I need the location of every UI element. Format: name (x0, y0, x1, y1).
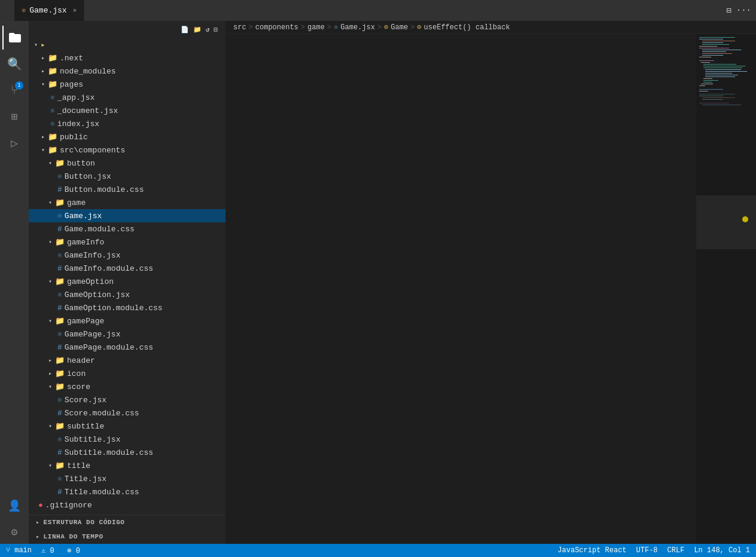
breadcrumb-file: Game.jsx (340, 23, 375, 32)
status-bar: ⑂ main ⚠ 0 ⊗ 0 JavaScript React UTF-8 CR… (0, 544, 756, 557)
folder-icon: 📁 (55, 198, 65, 207)
tree-item-title-jsx[interactable]: ⚛ Title.jsx (29, 472, 225, 485)
account-icon[interactable]: 👤 (2, 494, 26, 518)
breadcrumb-fn-icon2: ⊙ (417, 23, 421, 32)
svg-rect-1 (699, 37, 735, 38)
tab-game-jsx[interactable]: ⚛ Game.jsx × (14, 0, 84, 21)
tree-item-header[interactable]: ▸ 📁 header (29, 354, 225, 367)
main-layout: 🔍 ⑂ 1 ⊞ ▷ 👤 ⚙ 📄 📁 ↺ ⊟ ▾ ▸ (0, 21, 756, 544)
tree-item-gamepage-css[interactable]: # GamePage.module.css (29, 341, 225, 354)
css-icon: # (57, 448, 62, 457)
tree-item-subtitle-css[interactable]: # Subtitle.module.css (29, 446, 225, 459)
tree-item-subtitle[interactable]: ▾ 📁 subtitle (29, 420, 225, 433)
folder-icon: ▸ (41, 40, 45, 50)
timeline-panel-header[interactable]: ▸ LINHA DO TEMPO (29, 530, 225, 544)
status-position[interactable]: Ln 148, Col 1 (694, 546, 750, 555)
jsx-icon: ⚛ (57, 329, 62, 339)
status-errors[interactable]: ⚠ 0 ⊗ 0 (41, 546, 80, 555)
code-structure-label: ESTRUTURA DO CÓDIGO (44, 519, 125, 526)
jsx-icon: ⚛ (50, 93, 55, 102)
code-structure-panel-header[interactable]: ▸ ESTRUTURA DO CÓDIGO (29, 515, 225, 530)
new-folder-icon[interactable]: 📁 (193, 26, 202, 33)
top-bar: ⚛ Game.jsx × ⊟ ··· (0, 0, 756, 21)
line-numbers (226, 34, 255, 544)
svg-rect-36 (696, 195, 756, 249)
tree-item-title[interactable]: ▾ 📁 title (29, 459, 225, 472)
svg-rect-6 (699, 46, 717, 47)
tree-item-node-modules[interactable]: ▸ 📁 node_modules (29, 65, 225, 78)
jsx-icon: ⚛ (50, 119, 55, 128)
tree-item-icon[interactable]: ▸ 📁 icon (29, 367, 225, 380)
svg-rect-2 (699, 39, 723, 39)
tree-item-gamepage[interactable]: ▾ 📁 gamePage (29, 314, 225, 328)
tree-item-gameinfo[interactable]: ▾ 📁 gameInfo (29, 235, 225, 249)
split-editor-icon[interactable]: ⊟ (726, 5, 731, 16)
extensions-icon[interactable]: ⊞ (2, 105, 26, 128)
breadcrumb-sep4: > (377, 23, 382, 32)
status-lang[interactable]: JavaScript React (557, 546, 626, 555)
run-debug-icon[interactable]: ▷ (2, 131, 26, 155)
css-icon: # (57, 409, 62, 418)
tree-item-src-components[interactable]: ▾ 📁 src\components (29, 143, 225, 157)
settings-icon[interactable]: ⚙ (2, 520, 26, 544)
status-branch[interactable]: ⑂ main (6, 546, 32, 555)
tree-item-gitignore[interactable]: ● .gitignore (29, 498, 225, 512)
svg-rect-22 (705, 76, 735, 77)
source-control-icon[interactable]: ⑂ 1 (2, 78, 26, 102)
jsx-icon: ⚛ (57, 434, 62, 444)
tree-item-gameinfo-jsx[interactable]: ⚛ GameInfo.jsx (29, 249, 225, 262)
tree-item-gameoption[interactable]: ▾ 📁 gameOption (29, 275, 225, 288)
tree-item-title-css[interactable]: # Title.module.css (29, 485, 225, 498)
new-file-icon[interactable]: 📄 (181, 26, 190, 33)
tab-close-button[interactable]: × (73, 7, 77, 14)
svg-rect-17 (703, 68, 742, 68)
tree-item-button-css[interactable]: # Button.module.css (29, 183, 225, 196)
top-icons: ⊟ ··· (726, 5, 751, 16)
more-actions-icon[interactable]: ··· (736, 5, 751, 16)
tree-item-game-jsx[interactable]: ⚛ Game.jsx (29, 209, 225, 222)
tree-item-gameoption-jsx[interactable]: ⚛ GameOption.jsx (29, 288, 225, 301)
status-eol[interactable]: CRLF (667, 546, 685, 555)
refresh-icon[interactable]: ↺ (206, 26, 211, 33)
tree-item-score-css[interactable]: # Score.module.css (29, 406, 225, 420)
sidebar-toolbar: 📄 📁 ↺ ⊟ (181, 26, 218, 33)
breadcrumb-react-icon: ⚛ (334, 23, 338, 32)
svg-rect-0 (696, 34, 756, 544)
breadcrumb-sep5: > (410, 23, 414, 32)
breadcrumb-sep3: > (327, 23, 331, 32)
tree-item-pages[interactable]: ▾ 📁 pages (29, 78, 225, 91)
css-icon: # (57, 304, 62, 313)
project-root[interactable]: ▾ ▸ (29, 38, 225, 51)
tree-item-score[interactable]: ▾ 📁 score (29, 380, 225, 393)
tree-item-game[interactable]: ▾ 📁 game (29, 196, 225, 209)
breadcrumb-game-fn: Game (391, 23, 408, 32)
tree-item-gameinfo-css[interactable]: # GameInfo.module.css (29, 262, 225, 275)
search-icon[interactable]: 🔍 (2, 52, 26, 76)
tree-item-subtitle-jsx[interactable]: ⚛ Subtitle.jsx (29, 433, 225, 446)
tree-item-button-jsx[interactable]: ⚛ Button.jsx (29, 170, 225, 183)
tree-item-button[interactable]: ▾ 📁 button (29, 157, 225, 170)
css-icon: # (57, 488, 62, 497)
files-icon[interactable] (2, 26, 26, 50)
svg-rect-30 (699, 94, 735, 94)
tree-item-index-jsx[interactable]: ⚛ index.jsx (29, 117, 225, 130)
editor-area: src > components > game > ⚛ Game.jsx > ⊙… (226, 21, 756, 544)
sidebar: 📄 📁 ↺ ⊟ ▾ ▸ ▸ 📁 .next ▸ 📁 (29, 21, 226, 544)
svg-rect-3 (702, 41, 735, 41)
tree-item-document-jsx[interactable]: ⚛ _document.jsx (29, 104, 225, 117)
svg-rect-31 (699, 96, 723, 96)
svg-rect-25 (703, 82, 712, 82)
tree-item-public[interactable]: ▸ 📁 public (29, 130, 225, 143)
collapse-all-icon[interactable]: ⊟ (214, 26, 218, 33)
tree-item-score-jsx[interactable]: ⚛ Score.jsx (29, 393, 225, 406)
tree-item-game-css[interactable]: # Game.module.css (29, 222, 225, 235)
tree-item-gameoption-css[interactable]: # GameOption.module.css (29, 301, 225, 314)
tree-item-next[interactable]: ▸ 📁 .next (29, 51, 225, 65)
tree-item-gamepage-jsx[interactable]: ⚛ GamePage.jsx (29, 328, 225, 341)
status-encoding[interactable]: UTF-8 (636, 546, 658, 555)
svg-rect-11 (702, 55, 723, 56)
tree-item-app-jsx[interactable]: ⚛ _app.jsx (29, 91, 225, 104)
code-content[interactable] (255, 34, 696, 544)
css-icon: # (57, 225, 62, 234)
jsx-icon: ⚛ (57, 395, 62, 405)
